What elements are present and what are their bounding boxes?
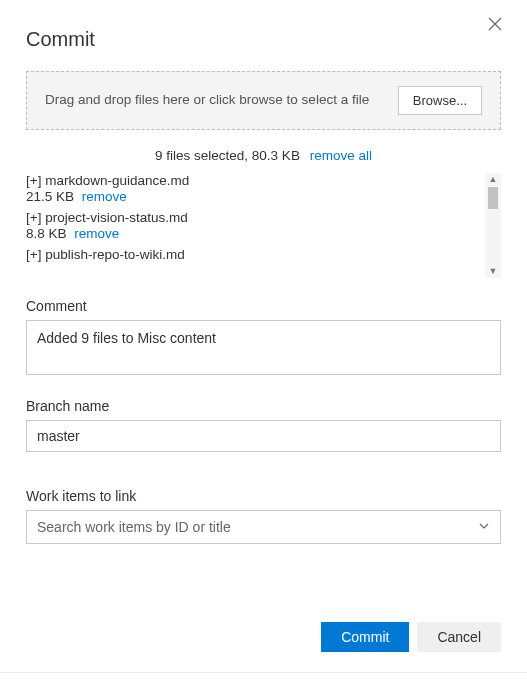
branch-label: Branch name — [26, 398, 501, 414]
branch-input[interactable] — [26, 420, 501, 452]
file-remove-link[interactable]: remove — [74, 226, 119, 241]
dropzone-text: Drag and drop files here or click browse… — [45, 91, 369, 110]
dialog-title: Commit — [26, 0, 501, 71]
scroll-up-icon[interactable]: ▲ — [489, 173, 498, 186]
branch-section: Branch name — [26, 398, 501, 452]
comment-label: Comment — [26, 298, 501, 314]
selected-summary: 9 files selected, 80.3 KB remove all — [26, 130, 501, 173]
dropzone[interactable]: Drag and drop files here or click browse… — [26, 71, 501, 130]
work-items-combobox[interactable]: Search work items by ID or title — [26, 510, 501, 544]
file-remove-link[interactable]: remove — [82, 189, 127, 204]
work-items-placeholder: Search work items by ID or title — [37, 519, 231, 535]
close-icon — [487, 16, 503, 32]
commit-dialog: Commit Drag and drop files here or click… — [0, 0, 527, 673]
remove-all-link[interactable]: remove all — [310, 148, 372, 163]
commit-button[interactable]: Commit — [321, 622, 409, 652]
chevron-down-icon — [478, 519, 490, 535]
browse-button[interactable]: Browse... — [398, 86, 482, 115]
scrollbar[interactable]: ▲ ▼ — [485, 173, 501, 278]
selected-summary-text: 9 files selected, 80.3 KB — [155, 148, 300, 163]
scroll-down-icon[interactable]: ▼ — [489, 265, 498, 278]
file-name: [+] markdown-guidance.md — [26, 173, 483, 188]
cancel-button[interactable]: Cancel — [417, 622, 501, 652]
comment-input[interactable] — [26, 320, 501, 375]
file-list: [+] markdown-guidance.md 21.5 KB remove … — [26, 173, 501, 278]
list-item: [+] publish-repo-to-wiki.md — [26, 247, 483, 262]
file-name: [+] publish-repo-to-wiki.md — [26, 247, 483, 262]
work-items-label: Work items to link — [26, 488, 501, 504]
file-name: [+] project-vision-status.md — [26, 210, 483, 225]
dialog-actions: Commit Cancel — [26, 622, 501, 652]
close-button[interactable] — [487, 16, 507, 36]
list-item: [+] project-vision-status.md 8.8 KB remo… — [26, 210, 483, 241]
scrollbar-thumb[interactable] — [488, 187, 498, 209]
file-meta: 8.8 KB remove — [26, 226, 483, 241]
file-size: 8.8 KB — [26, 226, 67, 241]
file-meta: 21.5 KB remove — [26, 189, 483, 204]
comment-section: Comment — [26, 298, 501, 378]
file-size: 21.5 KB — [26, 189, 74, 204]
work-items-section: Work items to link Search work items by … — [26, 488, 501, 544]
list-item: [+] markdown-guidance.md 21.5 KB remove — [26, 173, 483, 204]
